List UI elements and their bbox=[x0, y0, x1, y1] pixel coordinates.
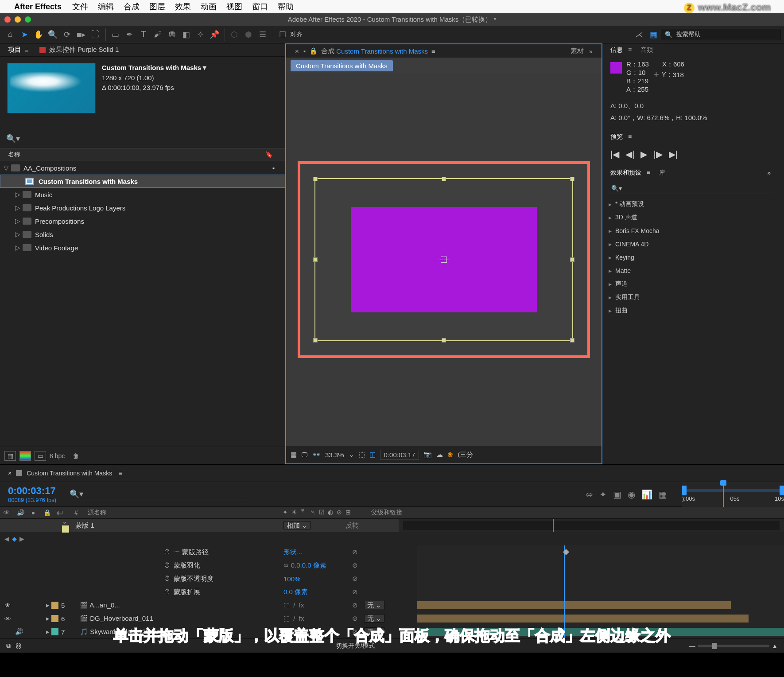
channel-icon[interactable]: ☁ bbox=[436, 451, 443, 459]
link-icon[interactable]: ⊘ bbox=[345, 548, 364, 556]
mask-handle[interactable] bbox=[313, 338, 318, 342]
current-timecode[interactable]: 0:00:03:17 bbox=[0, 485, 56, 497]
next-frame-icon[interactable]: |▶ bbox=[653, 149, 662, 160]
roto-tool-icon[interactable]: ✧ bbox=[194, 28, 207, 41]
prop-mask-path[interactable]: ⏱ 〰 蒙版路径 形状... ⊘ bbox=[0, 545, 784, 559]
mask-color-icon[interactable] bbox=[62, 525, 69, 533]
prev-frame-icon[interactable]: ◀| bbox=[625, 149, 634, 160]
workspace-icon[interactable]: ▦ bbox=[647, 28, 660, 41]
project-folder-video[interactable]: ▷Video Footage bbox=[0, 241, 285, 254]
layer-color-icon[interactable] bbox=[51, 602, 58, 609]
comp-canvas[interactable] bbox=[351, 207, 537, 312]
eye-icon[interactable]: 👁 bbox=[4, 602, 15, 609]
interpret-icon[interactable]: ▦ bbox=[4, 451, 16, 461]
rect-tool-icon[interactable]: ▭ bbox=[109, 28, 122, 41]
overflow-icon[interactable]: » bbox=[767, 169, 771, 176]
zoom-icon[interactable]: 🔍 bbox=[46, 28, 59, 41]
menu-composition[interactable]: 合成 bbox=[124, 1, 140, 12]
effect-category[interactable]: ▸CINEMA 4D bbox=[602, 237, 779, 251]
align-checkbox[interactable]: ☐ bbox=[276, 28, 289, 41]
project-folder-aa[interactable]: ▽AA_Compositions▪ bbox=[0, 161, 285, 175]
link-icon[interactable]: ⊘ bbox=[345, 575, 364, 583]
constrain-icon[interactable]: ∞ bbox=[283, 561, 288, 569]
comp-thumbnail[interactable] bbox=[7, 63, 96, 113]
effect-category[interactable]: ▸* 动画预设 bbox=[602, 198, 779, 211]
shy-icon[interactable]: ✦ bbox=[599, 489, 607, 500]
motion-blur-icon[interactable]: ◉ bbox=[628, 489, 635, 500]
project-folder-solids[interactable]: ▷Solids bbox=[0, 228, 285, 241]
monitor-icon[interactable]: 🖵 bbox=[301, 451, 308, 459]
comp-tab-name[interactable]: Custom Transitions with Masks bbox=[336, 47, 428, 55]
effect-category[interactable]: ▸Boris FX Mocha bbox=[602, 224, 779, 237]
menu-animation[interactable]: 动画 bbox=[201, 1, 217, 12]
effects-search[interactable]: 🔍▾ bbox=[609, 183, 772, 194]
frame-blend-icon[interactable]: ▣ bbox=[613, 489, 621, 500]
current-time[interactable]: 0:00:03:17 bbox=[380, 450, 419, 460]
mask-handle[interactable] bbox=[570, 177, 574, 181]
render-icon[interactable]: ▦ bbox=[659, 489, 667, 500]
audio-column-icon[interactable]: 🔊 bbox=[13, 509, 27, 516]
overflow-icon[interactable]: » bbox=[589, 47, 593, 55]
eye-column-icon[interactable]: 👁 bbox=[0, 509, 13, 516]
snapping-icon[interactable]: ⋌ bbox=[633, 28, 646, 41]
effect-category[interactable]: ▸3D 声道 bbox=[602, 211, 779, 224]
tab-library[interactable]: 库 bbox=[659, 169, 665, 177]
stamp-tool-icon[interactable]: ⛃ bbox=[165, 28, 179, 41]
lock-column-icon[interactable]: 🔒 bbox=[40, 509, 53, 516]
toggle-icon[interactable]: ⧉ bbox=[6, 642, 11, 650]
mask-mode-dropdown[interactable]: 相加 ⌄ bbox=[283, 521, 310, 529]
effect-category[interactable]: ▸扭曲 bbox=[602, 304, 779, 317]
project-search[interactable]: 🔍▾ bbox=[6, 132, 279, 145]
tab-preview[interactable]: 预览 ≡ bbox=[610, 133, 632, 141]
breadcrumb-item[interactable]: Custom Transitions with Masks bbox=[291, 60, 393, 71]
mask-handle[interactable] bbox=[570, 338, 574, 342]
camera-icon[interactable]: ■▸ bbox=[74, 28, 88, 41]
tab-audio[interactable]: 音频 bbox=[640, 46, 653, 54]
project-folder-music[interactable]: ▷Music bbox=[0, 188, 285, 201]
close-icon[interactable]: × bbox=[295, 47, 299, 55]
menu-window[interactable]: 窗口 bbox=[252, 1, 268, 12]
effect-category[interactable]: ▸声道 bbox=[602, 277, 779, 291]
tab-project[interactable]: 项目≡ bbox=[8, 46, 29, 54]
play-icon[interactable]: ▶ bbox=[640, 149, 647, 160]
stopwatch-icon[interactable]: ⏱ bbox=[164, 561, 172, 569]
mask-icon[interactable]: 👓 bbox=[312, 451, 321, 459]
mask-handle[interactable] bbox=[442, 338, 446, 342]
zoom-in-icon[interactable]: ▲ bbox=[772, 642, 778, 650]
tab-effects[interactable]: 效果和预设 ≡ bbox=[610, 169, 650, 177]
close-icon[interactable]: × bbox=[8, 470, 12, 477]
tab-info[interactable]: 信息 ≡ bbox=[610, 46, 632, 54]
hamburger-icon[interactable]: ≡ bbox=[25, 46, 29, 54]
home-icon[interactable]: ⌂ bbox=[4, 28, 17, 41]
zoom-value[interactable]: 33.3% bbox=[325, 451, 344, 459]
playhead[interactable] bbox=[723, 482, 724, 507]
prop-mask-opacity[interactable]: ⏱ 蒙版不透明度 100% ⊘ bbox=[0, 572, 784, 585]
effect-category[interactable]: ▸Matte bbox=[602, 264, 779, 277]
parent-dropdown[interactable]: 无 ⌄ bbox=[364, 601, 384, 609]
eraser-tool-icon[interactable]: ◧ bbox=[179, 28, 193, 41]
brush-tool-icon[interactable]: 🖌 bbox=[151, 28, 164, 41]
stopwatch-icon[interactable]: ⏱ bbox=[164, 548, 172, 556]
minimize-button[interactable] bbox=[15, 16, 21, 23]
zoom-button[interactable] bbox=[25, 16, 31, 23]
tab-effect-controls[interactable]: 效果控件 Purple Solid 1 bbox=[39, 46, 119, 54]
orbit-icon[interactable]: ⟳ bbox=[60, 28, 74, 41]
graph-editor-icon[interactable]: 📊 bbox=[641, 489, 652, 500]
switches-icons[interactable]: ✦ ☀ ㆙ ␡ ☑ ◐ ⊘ ⊞ bbox=[279, 509, 368, 517]
transparent-icon[interactable]: ◫ bbox=[369, 451, 376, 459]
comp-mini-icon[interactable]: ⬄ bbox=[586, 489, 593, 500]
colormgmt-icon[interactable]: ❀ bbox=[447, 451, 453, 459]
menu-help[interactable]: 帮助 bbox=[278, 1, 294, 12]
prev-kf-icon[interactable]: ◀ bbox=[4, 535, 9, 542]
mask-invert[interactable]: 反转 bbox=[345, 521, 399, 530]
selection-tool-icon[interactable]: ➤ bbox=[18, 28, 31, 41]
menu-effect[interactable]: 效果 bbox=[175, 1, 191, 12]
grid-icon[interactable]: ▦ bbox=[291, 451, 297, 459]
mask-handle[interactable] bbox=[570, 257, 574, 262]
composition-viewer[interactable] bbox=[286, 74, 602, 446]
menu-file[interactable]: 文件 bbox=[72, 1, 88, 12]
hamburger-icon[interactable]: ≡ bbox=[431, 47, 435, 55]
bit-depth-icon[interactable] bbox=[19, 451, 31, 461]
last-frame-icon[interactable]: ▶| bbox=[669, 149, 678, 160]
project-folder-peak[interactable]: ▷Peak Productions Logo Layers bbox=[0, 201, 285, 214]
